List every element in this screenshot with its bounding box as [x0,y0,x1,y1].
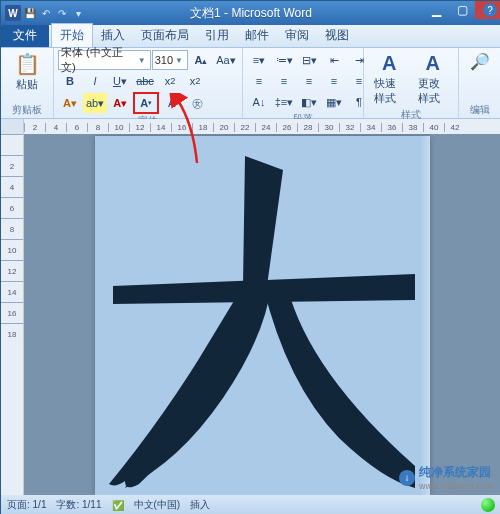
title-bar: W 💾 ↶ ↷ ▾ 文档1 - Microsoft Word ▁ ▢ ✕ [1,1,500,25]
status-words[interactable]: 字数: 1/11 [56,498,101,512]
font-size-value: 310 [155,54,173,66]
change-case-button[interactable]: Aa▾ [214,50,238,70]
minimize-button[interactable]: ▁ [423,1,449,19]
window-title: 文档1 - Microsoft Word [190,5,312,22]
watermark-icon: ↓ [399,470,415,486]
align-center-button[interactable]: ≡ [272,71,296,91]
bold-button[interactable]: B [58,71,82,91]
watermark: ↓ 纯净系统家园 www.yidaimei.com [399,464,493,491]
bullets-button[interactable]: ≡▾ [247,50,271,70]
paste-button[interactable]: 📋 粘贴 [5,50,49,94]
tab-page-layout[interactable]: 页面布局 [133,24,197,47]
tab-references[interactable]: 引用 [197,24,237,47]
group-editing-label: 编辑 [463,103,496,118]
ribbon-tabstrip: 文件 开始 插入 页面布局 引用 邮件 审阅 视图 ? [1,25,500,48]
underline-button[interactable]: U▾ [108,71,132,91]
group-clipboard: 📋 粘贴 剪贴板 [1,48,54,118]
group-font: 宋体 (中文正文) ▼ 310 ▼ A▴ Aa▾ B I U▾ abc x2 [54,48,243,118]
ribbon: 📋 粘贴 剪贴板 宋体 (中文正文) ▼ 310 ▼ A▴ Aa▾ [1,48,500,119]
styles-icon: A [382,52,396,75]
tab-home[interactable]: 开始 [51,23,93,47]
watermark-brand: 纯净系统家园 [419,464,493,481]
quick-styles-label: 快速样式 [374,76,405,106]
shading-button[interactable]: ◧▾ [297,92,321,112]
tab-view[interactable]: 视图 [317,24,357,47]
group-styles: A 快速样式 A 更改样式 样式 [364,48,459,118]
change-styles-button[interactable]: A 更改样式 [412,50,455,108]
superscript-button[interactable]: x2 [183,71,207,91]
maximize-button[interactable]: ▢ [449,1,475,19]
ruler-corner [1,119,24,135]
chevron-down-icon: ▼ [173,56,185,65]
italic-button[interactable]: I [83,71,107,91]
grow-font-button[interactable]: A▴ [189,50,213,70]
font-size-combo[interactable]: 310 ▼ [152,50,188,70]
borders-button[interactable]: ▦▾ [322,92,346,112]
qat-undo-icon[interactable]: ↶ [39,6,53,20]
editing-button[interactable]: 🔎 [463,50,496,74]
font-color-button[interactable]: A▾ [108,93,132,113]
numbering-button[interactable]: ≔▾ [272,50,296,70]
status-insert-mode[interactable]: 插入 [190,498,210,512]
group-clipboard-label: 剪贴板 [5,103,49,118]
chevron-down-icon: ▼ [136,56,148,65]
align-left-button[interactable]: ≡ [247,71,271,91]
clipboard-icon: 📋 [15,52,40,76]
file-tab[interactable]: 文件 [1,24,49,47]
quick-styles-button[interactable]: A 快速样式 [368,50,411,108]
app-window: W 💾 ↶ ↷ ▾ 文档1 - Microsoft Word ▁ ▢ ✕ 文件 … [0,0,500,514]
ruler-h-scale: 24681012141618202224262830323436384042 [24,123,500,132]
font-name-combo[interactable]: 宋体 (中文正文) ▼ [58,50,151,70]
page [95,136,430,495]
tab-review[interactable]: 审阅 [277,24,317,47]
page-edge [420,136,430,495]
line-spacing-button[interactable]: ‡≡▾ [272,92,296,112]
qat-save-icon[interactable]: 💾 [23,6,37,20]
qat-redo-icon[interactable]: ↷ [55,6,69,20]
strike-button[interactable]: abc [133,71,157,91]
document-area: 24681012141618 [1,134,500,495]
change-styles-label: 更改样式 [418,76,449,106]
text-effects-button[interactable]: A▾ [58,93,82,113]
paste-label: 粘贴 [16,77,38,92]
glyph-da [95,136,430,495]
status-bar: 页面: 1/1 字数: 1/11 ✅ 中文(中国) 插入 [1,495,500,514]
align-right-button[interactable]: ≡ [297,71,321,91]
group-editing: 🔎 编辑 [459,48,500,118]
tab-insert[interactable]: 插入 [93,24,133,47]
tab-mailings[interactable]: 邮件 [237,24,277,47]
shrink-font-button[interactable]: A▾ [133,92,159,114]
decrease-indent-button[interactable]: ⇤ [322,50,346,70]
find-icon: 🔎 [470,52,490,71]
group-paragraph: ≡▾ ≔▾ ⊟▾ ⇤ ⇥ ≡ ≡ ≡ ≡ ≡ A↓ ‡≡▾ ◧▾ ▦ [243,48,364,118]
callout-arrow [169,93,209,173]
multilevel-button[interactable]: ⊟▾ [297,50,321,70]
status-indicator-icon [481,498,495,512]
watermark-url: www.yidaimei.com [419,481,493,491]
status-language[interactable]: 中文(中国) [134,498,181,512]
subscript-button[interactable]: x2 [158,71,182,91]
word-app-icon: W [5,5,21,21]
highlight-button[interactable]: ab▾ [83,93,107,113]
document-canvas[interactable] [24,134,500,495]
vertical-ruler[interactable]: 24681012141618 [1,134,24,495]
status-proofing-icon[interactable]: ✅ [112,500,124,511]
help-icon[interactable]: ? [483,3,497,17]
change-styles-icon: A [426,52,440,75]
sort-button[interactable]: A↓ [247,92,271,112]
justify-button[interactable]: ≡ [322,71,346,91]
status-page[interactable]: 页面: 1/1 [7,498,46,512]
qat-customize-icon[interactable]: ▾ [71,6,85,20]
